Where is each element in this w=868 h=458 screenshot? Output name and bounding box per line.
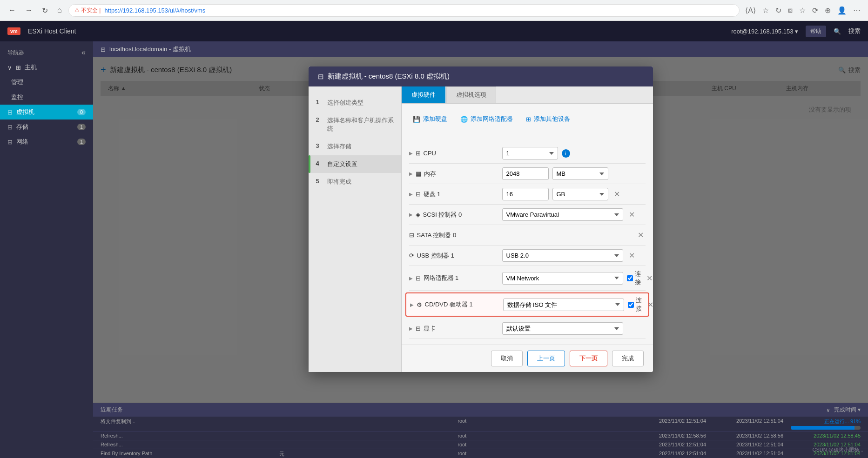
tab-vm-options[interactable]: 虚拟机选项: [446, 86, 496, 103]
memory-input[interactable]: [502, 167, 549, 180]
disk-controls: GBTB ✕: [502, 188, 646, 200]
sidebar-item-storage[interactable]: ⊟ 存储 1: [0, 119, 93, 134]
cpu-select[interactable]: 1248: [502, 147, 558, 159]
menu-icon[interactable]: ⋯: [851, 4, 862, 17]
network-row-label: ▶ ⊟ 网络适配器 1: [409, 274, 502, 282]
sidebar-monitor-label: 监控: [11, 93, 23, 101]
sidebar-item-network[interactable]: ⊟ 网络 1: [0, 134, 93, 149]
refresh-icon[interactable]: ↻: [774, 4, 783, 17]
modal-footer: 取消 上一页 下一页 完成: [402, 345, 653, 372]
sidebar-item-vms[interactable]: ⊟ 虚拟机 0: [0, 105, 93, 119]
network-add-icon: 🌐: [460, 116, 468, 123]
task-user-1: root: [458, 418, 629, 430]
cdrom-expand-icon[interactable]: ▶: [410, 302, 414, 307]
finish-button[interactable]: 完成: [612, 351, 644, 366]
network-delete-button[interactable]: ✕: [645, 274, 653, 283]
disk-delete-button[interactable]: ✕: [612, 190, 622, 199]
wizard-step-3[interactable]: 3 选择存储: [309, 138, 401, 155]
next-button[interactable]: 下一页: [570, 351, 607, 366]
task-row-1: 将文件复制到... root 2023/11/02 12:51:04 2023/…: [93, 417, 868, 431]
form-row-usb: ⟳ USB 控制器 1 USB 2.0USB 3.0USB 3.1 ✕: [409, 246, 646, 266]
app-title: ESXi Host Client: [28, 27, 76, 35]
disk-row-icon: ⊟: [416, 191, 421, 198]
sidebar-network-label: 网络: [16, 138, 28, 146]
disk-unit-select[interactable]: GBTB: [552, 188, 608, 200]
favorites-icon[interactable]: ☆: [797, 4, 807, 17]
disk-label: ▶ ⊟ 硬盘 1: [409, 190, 502, 199]
refresh-button[interactable]: ↻: [39, 4, 51, 17]
scsi-type-select[interactable]: VMware Paravirtual LSI Logic SAS LSI Log…: [502, 208, 623, 221]
prev-button[interactable]: 上一页: [527, 351, 565, 366]
display-expand-icon[interactable]: ▶: [409, 326, 413, 331]
memory-expand-icon[interactable]: ▶: [409, 171, 413, 176]
network-connect-checkbox[interactable]: [627, 275, 633, 281]
sata-icon: ⊟: [409, 232, 414, 239]
address-bar[interactable]: ⚠ 不安全 | https://192.168.195.153/ui/#/hos…: [68, 4, 740, 17]
usb-delete-button[interactable]: ✕: [627, 251, 637, 260]
reader-mode-icon[interactable]: ⟨A⟩: [743, 4, 758, 17]
content-header-icon: ⊟: [101, 46, 106, 53]
tab-virtual-hardware[interactable]: 虚拟硬件: [402, 86, 445, 103]
modal-body: 1 选择创建类型 2 选择名称和客户机操作系统 3 选择存储: [309, 86, 653, 372]
add-device-button[interactable]: ⊞ 添加其他设备: [522, 113, 574, 125]
disk-size-input[interactable]: [502, 188, 549, 200]
collapse-icon[interactable]: «: [81, 48, 86, 57]
wizard-step-2[interactable]: 2 选择名称和客户机操作系统: [309, 112, 401, 138]
task-completed-1: 正在运行... 91%: [791, 418, 861, 430]
content-header-text: localhost.localdomain - 虚拟机: [109, 45, 191, 53]
sidebar: 导航器 « ∨ ⊞ 主机 管理 监控 ⊟ 虚拟机 0: [0, 41, 93, 458]
add-network-button[interactable]: 🌐 添加网络适配器: [457, 113, 517, 125]
home-button[interactable]: ⌂: [54, 4, 65, 16]
sidebar-item-host[interactable]: ∨ ⊞ 主机: [0, 60, 93, 75]
scsi-expand-icon[interactable]: ▶: [409, 212, 413, 217]
extensions-icon[interactable]: ⊕: [823, 4, 833, 17]
task-name-2: Refresh...: [101, 433, 272, 438]
sidebar-item-manage[interactable]: 管理: [0, 75, 93, 90]
task-target-3: [279, 442, 451, 447]
memory-unit-select[interactable]: MBGB: [552, 167, 608, 180]
add-disk-button[interactable]: 💾 添加硬盘: [409, 113, 451, 125]
form-row-disk: ▶ ⊟ 硬盘 1 GBTB: [409, 184, 646, 205]
tasks-collapse-icon[interactable]: ∨: [826, 407, 830, 413]
cpu-info-icon[interactable]: i: [562, 149, 570, 158]
network-type-select[interactable]: VM Network: [502, 272, 623, 285]
bookmark-icon[interactable]: ☆: [760, 4, 771, 17]
wizard-step-5[interactable]: 5 即将完成: [309, 173, 401, 191]
history-icon[interactable]: ⟳: [810, 4, 820, 17]
security-indicator: ⚠ 不安全 |: [74, 7, 101, 14]
vms-badge: 0: [77, 109, 86, 115]
usb-type-select[interactable]: USB 2.0USB 3.0USB 3.1: [502, 249, 623, 262]
form-row-cdrom: ▶ ⚙ CD/DVD 驱动器 1 数据存储 ISO 文件 客户端设备: [405, 292, 649, 317]
cdrom-type-select[interactable]: 数据存储 ISO 文件 客户端设备 主机设备: [503, 299, 624, 311]
task-completed-3: 2023/11/02 12:51:04: [791, 442, 861, 447]
storage-icon: ⊟: [7, 124, 13, 131]
profile-icon[interactable]: 👤: [835, 4, 848, 17]
wizard-step-4[interactable]: 4 自定义设置: [309, 155, 401, 173]
cdrom-label: ▶ ⚙ CD/DVD 驱动器 1: [410, 300, 503, 309]
sidebar-item-monitor[interactable]: 监控: [0, 90, 93, 105]
user-menu[interactable]: root@192.168.195.153 ▾: [731, 28, 798, 35]
network-expand-icon[interactable]: ▶: [409, 276, 413, 281]
cdrom-connect-label: 连接: [628, 296, 642, 313]
back-button[interactable]: ←: [6, 4, 19, 16]
sata-delete-button[interactable]: ✕: [636, 231, 646, 239]
wizard-step-1[interactable]: 1 选择创建类型: [309, 94, 401, 112]
help-button[interactable]: 帮助: [806, 26, 826, 37]
cdrom-connect-checkbox[interactable]: [628, 302, 634, 308]
header-search-label[interactable]: 搜索: [848, 27, 861, 35]
form-content: 💾 添加硬盘 🌐 添加网络适配器 ⊞: [402, 104, 653, 345]
task-completed-2: 2023/11/02 12:58:45: [791, 433, 861, 438]
task-queued-1: 2023/11/02 12:51:04: [636, 418, 706, 430]
device-icon: ⊞: [526, 116, 531, 123]
cpu-expand-icon[interactable]: ▶: [409, 151, 413, 156]
sidebar-section-nav: 导航器 « ∨ ⊞ 主机 管理 监控 ⊟ 虚拟机 0: [0, 41, 93, 153]
split-view-icon[interactable]: ⧈: [786, 4, 794, 16]
app: vm ESXi Host Client root@192.168.195.153…: [0, 21, 868, 458]
network-icon: ⊟: [7, 139, 13, 146]
display-type-select[interactable]: 默认设置: [502, 322, 623, 335]
cdrom-delete-button[interactable]: ✕: [646, 300, 653, 309]
cancel-button[interactable]: 取消: [491, 351, 523, 366]
disk-expand-icon[interactable]: ▶: [409, 192, 413, 197]
scsi-delete-button[interactable]: ✕: [627, 210, 637, 219]
forward-button[interactable]: →: [22, 4, 35, 16]
